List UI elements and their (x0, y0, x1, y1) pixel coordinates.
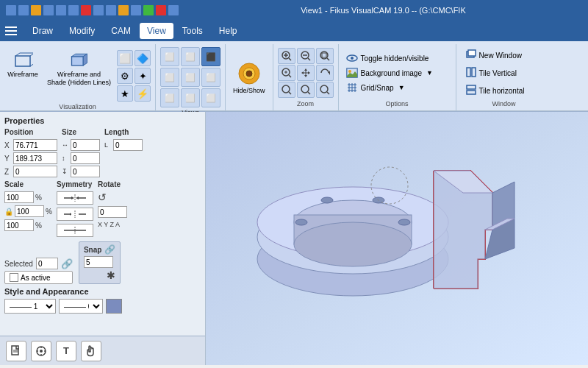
new-doc-button[interactable] (6, 341, 26, 361)
menu-item-cam[interactable]: CAM (104, 23, 138, 39)
svg-rect-47 (472, 68, 476, 77)
svg-line-32 (327, 92, 329, 94)
svg-point-65 (40, 350, 43, 353)
tile-horizontal-button[interactable]: Tile horizontal (461, 82, 548, 99)
grid-snap-button[interactable]: Grid/Snap ▼ (343, 81, 451, 94)
vis-small-btn-1[interactable]: ⬜ (117, 50, 133, 66)
zoom-out-button[interactable] (297, 48, 315, 64)
scale-z-input[interactable] (4, 219, 34, 231)
scale-z-pct: % (35, 222, 42, 230)
view-btn-5[interactable]: ⬜ (181, 68, 200, 87)
left-panel: Properties Position X Y Z (0, 112, 206, 365)
vis-small-btn-6[interactable]: ⚡ (135, 85, 151, 102)
view-btn-4[interactable]: ⬜ (160, 68, 179, 87)
toggle-hidden-button[interactable]: Toggle hidden/visible (343, 52, 451, 65)
svg-rect-21 (322, 53, 326, 57)
wireframe-shade-button[interactable]: Wireframe andShade (Hidden Lines) (44, 49, 114, 88)
background-image-dropdown[interactable]: ▼ (426, 69, 433, 77)
new-window-button[interactable]: New Window (461, 47, 548, 63)
scale-x-input[interactable] (4, 191, 34, 203)
rotate-input[interactable] (98, 206, 127, 218)
app-icon-14 (168, 5, 179, 15)
zoom-extra-1[interactable] (278, 82, 295, 98)
hide-show-button[interactable]: Hide/Show (230, 59, 268, 96)
zoom-extra-2[interactable] (297, 82, 315, 98)
ribbon-group-window: New Window Tile Vertical Tile horizontal… (456, 44, 552, 110)
symmetry-btn-1[interactable] (57, 191, 93, 205)
view-btn-6[interactable]: ⬜ (201, 68, 220, 87)
length-input[interactable] (113, 139, 143, 151)
hamburger-button[interactable] (3, 22, 21, 40)
view-btn-3[interactable]: ⬛ (201, 47, 220, 66)
size-d-input[interactable] (71, 166, 100, 177)
background-image-icon (346, 67, 358, 79)
selected-input[interactable] (36, 258, 58, 269)
line-weight-select[interactable]: ——— 0 ——— 1 ——— 2 (59, 299, 103, 314)
vis-small-btn-2[interactable]: 🔷 (135, 50, 151, 66)
zoom-sel-button[interactable] (278, 65, 295, 81)
background-image-button[interactable]: Background image ▼ (343, 66, 451, 79)
vis-small-btn-3[interactable]: ⚙ (117, 68, 133, 84)
svg-line-17 (308, 58, 310, 60)
grid-snap-dropdown[interactable]: ▼ (398, 84, 405, 91)
line-style-select[interactable]: ——— 1 - - - 2 ··· 3 (4, 299, 56, 314)
y-input[interactable] (13, 152, 57, 164)
svg-point-76 (294, 222, 412, 266)
as-active-checkbox[interactable] (10, 273, 18, 282)
zoom-group-label: Zoom (297, 100, 314, 107)
menu-item-help[interactable]: Help (212, 23, 245, 39)
z-input[interactable] (13, 166, 57, 177)
menu-bar: Draw Modify CAM View Tools Help (0, 21, 588, 41)
viewport[interactable] (206, 112, 588, 365)
app-icon-8 (93, 5, 104, 15)
lock-icon: 🔒 (4, 208, 13, 216)
view-btn-7[interactable]: ⬜ (160, 88, 179, 107)
svg-rect-49 (467, 91, 476, 94)
symmetry-btn-3[interactable] (57, 224, 93, 237)
svg-line-20 (327, 58, 329, 60)
hand-button[interactable] (81, 341, 101, 361)
menu-item-draw[interactable]: Draw (25, 23, 60, 39)
properties-button[interactable] (31, 341, 51, 361)
menu-item-modify[interactable]: Modify (62, 23, 102, 39)
tile-vertical-button[interactable]: Tile Vertical (461, 65, 548, 81)
view-btn-2[interactable]: ⬜ (181, 47, 200, 66)
size-h-input[interactable] (71, 152, 100, 164)
app-icon-2 (18, 5, 29, 15)
vis-small-btn-5[interactable]: ★ (117, 85, 133, 102)
text-button[interactable]: T (56, 341, 76, 361)
svg-rect-46 (467, 68, 470, 77)
app-icon-10 (118, 5, 129, 15)
zoom-fit-button[interactable] (316, 48, 334, 64)
app-icon-1 (6, 5, 16, 15)
color-picker[interactable] (106, 299, 122, 314)
scale-x-pct: % (35, 194, 42, 202)
app-icon-9 (106, 5, 116, 15)
pan-button[interactable] (297, 65, 315, 81)
menu-item-tools[interactable]: Tools (175, 23, 210, 39)
wireframe-button[interactable]: Wireframe (4, 49, 41, 79)
selected-label: Selected (4, 260, 33, 268)
zoom-in-button[interactable] (278, 48, 295, 64)
x-input[interactable] (13, 139, 57, 151)
menu-item-view[interactable]: View (140, 23, 173, 39)
as-active-button[interactable]: As active (4, 271, 73, 284)
viz-group-label: Visualization (59, 103, 96, 110)
rotate-view-button[interactable] (316, 65, 334, 81)
view-btn-8[interactable]: ⬜ (181, 88, 200, 107)
vis-small-btn-4[interactable]: ✦ (135, 68, 151, 84)
symmetry-btn-2[interactable] (57, 208, 93, 221)
view-btn-1[interactable]: ⬜ (160, 47, 179, 66)
snap-label: Snap (84, 246, 101, 254)
snap-input[interactable] (84, 256, 113, 268)
toggle-hidden-label: Toggle hidden/visible (361, 54, 429, 63)
view-btn-9[interactable]: ⬜ (201, 88, 220, 107)
app-icon-5 (56, 5, 66, 15)
tile-vertical-icon (466, 67, 476, 79)
size-w-input[interactable] (71, 139, 100, 151)
ribbon-group-visualization: Wireframe Wireframe andShade (Hidden Lin… (0, 44, 156, 110)
svg-point-27 (282, 85, 290, 93)
y-label: Y (4, 155, 12, 163)
scale-y-input[interactable] (15, 205, 44, 217)
zoom-extra-3[interactable] (316, 82, 334, 98)
